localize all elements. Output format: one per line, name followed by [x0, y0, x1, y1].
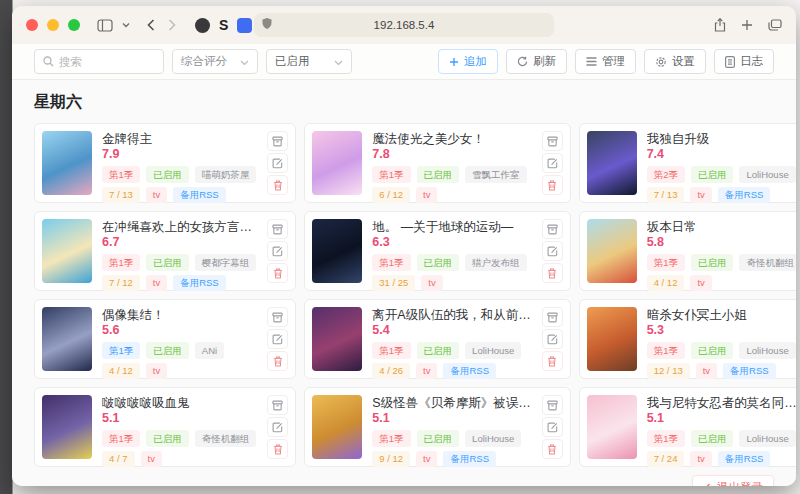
- anime-poster[interactable]: [587, 219, 637, 283]
- anime-poster[interactable]: [42, 219, 92, 283]
- status-select[interactable]: 已启用: [266, 49, 352, 74]
- delete-button[interactable]: [267, 263, 288, 283]
- anime-poster[interactable]: [312, 131, 362, 195]
- settings-button-label: 设置: [672, 54, 695, 69]
- zoom-window-button[interactable]: [68, 19, 80, 31]
- minimize-window-button[interactable]: [47, 19, 59, 31]
- blue-grid-extension-icon[interactable]: [237, 18, 252, 33]
- anime-poster[interactable]: [312, 219, 362, 283]
- anime-poster[interactable]: [587, 131, 637, 195]
- anime-poster[interactable]: [587, 395, 637, 459]
- chevron-down-icon[interactable]: [122, 22, 130, 28]
- trash-icon: [547, 356, 557, 367]
- sort-select[interactable]: 综合评分: [172, 49, 258, 74]
- anime-poster[interactable]: [312, 307, 362, 371]
- tag: 已启用: [691, 166, 734, 183]
- tag: 第1季: [372, 430, 410, 447]
- archive-icon: [272, 312, 283, 323]
- anime-rating: 5.3: [647, 323, 796, 338]
- s-extension-icon[interactable]: S: [219, 17, 228, 33]
- anime-poster[interactable]: [42, 131, 92, 195]
- edit-button[interactable]: [267, 329, 288, 349]
- edit-button[interactable]: [267, 153, 288, 173]
- edit-button[interactable]: [267, 241, 288, 261]
- archive-button[interactable]: [542, 219, 563, 239]
- delete-button[interactable]: [542, 351, 563, 371]
- edit-button[interactable]: [542, 153, 563, 173]
- address-bar[interactable]: 192.168.5.4: [254, 13, 554, 37]
- edit-button[interactable]: [542, 417, 563, 437]
- edit-button[interactable]: [267, 417, 288, 437]
- delete-button[interactable]: [542, 439, 563, 459]
- new-tab-icon[interactable]: [741, 19, 753, 31]
- share-icon[interactable]: [714, 18, 726, 32]
- archive-button[interactable]: [267, 395, 288, 415]
- archive-icon: [547, 400, 558, 411]
- anime-rating: 5.8: [647, 235, 796, 250]
- add-button[interactable]: 追加: [438, 49, 498, 74]
- back-icon[interactable]: [147, 19, 155, 31]
- delete-button[interactable]: [267, 439, 288, 459]
- tag-row-2: 12 / 13tv备用RSS: [647, 363, 796, 380]
- tag: tv: [146, 187, 167, 204]
- tag-row-1: 第1季已启用奇怪机翻组: [647, 254, 796, 271]
- archive-button[interactable]: [542, 131, 563, 151]
- chevron-down-icon: [334, 56, 343, 68]
- weekday-section-title: 星期六: [34, 92, 774, 113]
- anime-card: 我与尼特女忍者的莫名同… 5.1 第1季已启用LoliHouse 7 / 24t…: [579, 387, 796, 467]
- tag: 猎户发布组: [465, 254, 527, 271]
- delete-button[interactable]: [267, 175, 288, 195]
- tag: 已启用: [146, 254, 189, 271]
- tag-row-1: 第1季已启用雪飘工作室: [372, 166, 530, 183]
- anime-rating: 5.6: [102, 323, 256, 338]
- edit-button[interactable]: [542, 329, 563, 349]
- tag: 备用RSS: [723, 363, 776, 380]
- document-icon: [725, 56, 735, 68]
- anime-poster[interactable]: [42, 307, 92, 371]
- tag: tv: [690, 187, 711, 204]
- anime-poster[interactable]: [42, 395, 92, 459]
- main-content: 星期六 金牌得主 7.9 第1季已启用喵萌奶茶屋 7 / 13tv备用RSS: [12, 80, 796, 486]
- tag: 奇怪机翻组: [195, 430, 257, 447]
- tag: tv: [141, 451, 162, 468]
- anime-poster[interactable]: [587, 307, 637, 371]
- tag: 备用RSS: [173, 275, 226, 292]
- archive-button[interactable]: [542, 395, 563, 415]
- anime-card: 我独自升级 7.4 第2季已启用LoliHouse 7 / 13tv备用RSS: [579, 123, 796, 203]
- manage-button[interactable]: 管理: [575, 49, 636, 74]
- tag: 9 / 12: [372, 451, 410, 468]
- refresh-button[interactable]: 刷新: [506, 49, 567, 74]
- tab-overview-icon[interactable]: [768, 19, 782, 31]
- delete-button[interactable]: [267, 351, 288, 371]
- close-window-button[interactable]: [26, 19, 38, 31]
- anime-rating: 5.4: [372, 323, 530, 338]
- archive-button[interactable]: [267, 307, 288, 327]
- tag: 备用RSS: [443, 363, 496, 380]
- tag: 12 / 13: [647, 363, 690, 380]
- tag: 第1季: [102, 342, 140, 359]
- forward-icon[interactable]: [168, 19, 176, 31]
- tag-row-2: 7 / 24tv备用RSS: [647, 451, 796, 468]
- tag: 已启用: [691, 342, 734, 359]
- anime-rating: 5.1: [372, 411, 530, 426]
- tag: 雪飘工作室: [465, 166, 527, 183]
- sidebar-toggle-icon[interactable]: [97, 19, 113, 32]
- archive-button[interactable]: [267, 131, 288, 151]
- archive-button[interactable]: [542, 307, 563, 327]
- tag-row-2: 9 / 12tv备用RSS: [372, 451, 530, 468]
- dark-circle-extension-icon[interactable]: [195, 18, 210, 33]
- tag: 4 / 7: [102, 451, 135, 468]
- logs-button[interactable]: 日志: [714, 49, 774, 74]
- delete-button[interactable]: [542, 175, 563, 195]
- search-input[interactable]: [59, 56, 155, 68]
- edit-button[interactable]: [542, 241, 563, 261]
- archive-button[interactable]: [267, 219, 288, 239]
- logout-button[interactable]: 退出登录: [692, 475, 774, 486]
- trash-icon: [273, 180, 283, 191]
- anime-card: 暗杀女仆冥土小姐 5.3 第1季已启用LoliHouse 12 / 13tv备用…: [579, 299, 796, 379]
- tag: 已启用: [146, 430, 189, 447]
- search-box[interactable]: [34, 49, 164, 74]
- settings-button[interactable]: 设置: [644, 49, 706, 74]
- anime-poster[interactable]: [312, 395, 362, 459]
- delete-button[interactable]: [542, 263, 563, 283]
